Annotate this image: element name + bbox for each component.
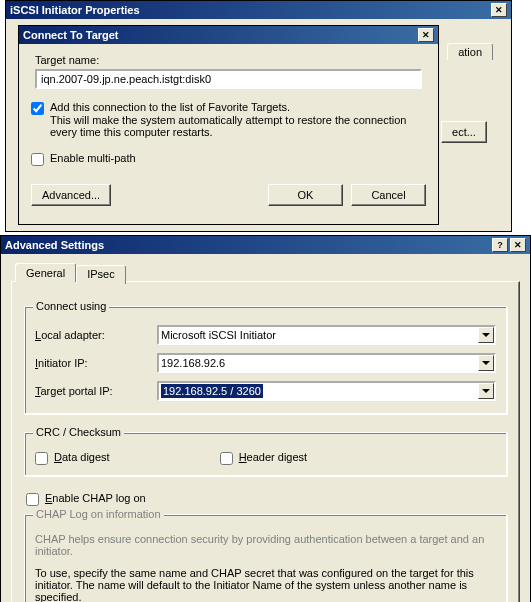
local-adapter-label: Local adapter: [35,329,157,341]
connect-to-target-titlebar: Connect To Target ✕ [19,26,438,44]
enable-chap-label: Enable CHAP log on [45,492,146,504]
data-digest-checkbox[interactable] [35,452,48,465]
favorite-targets-checkbox[interactable] [31,102,44,115]
cancel-button[interactable]: Cancel [351,184,426,206]
connect-to-target-close-icon[interactable]: ✕ [418,28,434,42]
target-portal-select[interactable]: 192.168.92.5 / 3260 [157,381,496,401]
tabs: General IPsec [15,263,520,282]
chevron-down-icon[interactable] [478,383,494,399]
background-tab-fragment[interactable]: ation [447,43,493,60]
chevron-down-icon[interactable] [478,355,494,371]
background-button-fragment[interactable]: ect... [441,121,487,143]
target-name-label: Target name: [35,54,426,66]
chap-help-line1: CHAP helps ensure connection security by… [35,533,496,557]
tab-ipsec[interactable]: IPsec [76,265,126,284]
connect-to-target-window: Connect To Target ✕ Target name: Add thi… [18,25,439,225]
local-adapter-select[interactable]: Microsoft iSCSI Initiator [157,325,496,345]
connect-using-legend: Connect using [33,300,109,312]
enable-multipath-label: Enable multi-path [50,152,426,164]
target-name-input[interactable] [35,69,422,89]
chevron-down-icon[interactable] [478,327,494,343]
iscsi-properties-titlebar: iSCSI Initiator Properties ✕ [6,1,511,19]
general-tab-panel: Connect using Local adapter: Microsoft i… [11,281,520,602]
crc-checksum-legend: CRC / Checksum [33,426,124,438]
header-digest-checkbox[interactable] [220,452,233,465]
advanced-settings-titlebar: Advanced Settings ? ✕ [1,236,530,254]
connect-using-group: Connect using Local adapter: Microsoft i… [24,306,507,414]
initiator-ip-select[interactable]: 192.168.92.6 [157,353,496,373]
header-digest-label: Header digest [239,451,308,463]
chap-help-line2: To use, specify the same name and CHAP s… [35,567,496,602]
advanced-settings-window: Advanced Settings ? ✕ General IPsec Conn… [0,235,531,602]
advanced-settings-help-icon[interactable]: ? [492,238,508,252]
favorite-targets-help: This will make the system automatically … [50,114,426,138]
iscsi-properties-close-icon[interactable]: ✕ [491,3,507,17]
initiator-ip-label: Initiator IP: [35,357,157,369]
iscsi-properties-title: iSCSI Initiator Properties [10,4,140,16]
enable-chap-checkbox[interactable] [26,493,39,506]
connect-to-target-title: Connect To Target [23,29,119,41]
chap-logon-legend: CHAP Log on information [33,508,164,520]
data-digest-label: Data digest [54,451,110,463]
crc-checksum-group: CRC / Checksum Data digest Header digest [24,432,507,476]
chap-logon-group: CHAP Log on information CHAP helps ensur… [24,514,507,602]
target-portal-label: Target portal IP: [35,385,157,397]
advanced-settings-title: Advanced Settings [5,239,104,251]
enable-multipath-checkbox[interactable] [31,153,44,166]
advanced-button[interactable]: Advanced... [31,184,111,206]
advanced-settings-close-icon[interactable]: ✕ [510,238,526,252]
favorite-targets-label: Add this connection to the list of Favor… [50,101,426,113]
ok-button[interactable]: OK [268,184,343,206]
tab-general[interactable]: General [15,263,76,282]
